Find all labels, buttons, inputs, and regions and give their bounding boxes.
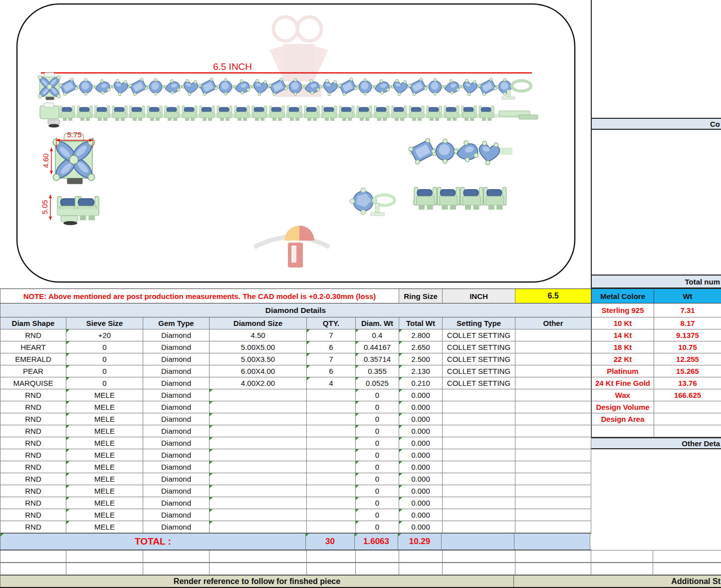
cell-diam-wt[interactable]: 0 — [356, 509, 399, 521]
metal-weight[interactable]: 15.265 — [654, 365, 721, 377]
cell-sieve-size[interactable]: MELE — [66, 449, 143, 461]
cell-gem-type[interactable]: Diamond — [143, 389, 210, 401]
cell-total-wt[interactable]: 0.000 — [399, 401, 443, 413]
cell-diam-wt[interactable]: 0 — [356, 425, 399, 437]
cell-qty[interactable] — [307, 413, 356, 425]
cell-sieve-size[interactable]: MELE — [66, 509, 143, 521]
empty-cell[interactable] — [591, 563, 653, 575]
empty-cell[interactable] — [399, 563, 443, 575]
cell-sieve-size[interactable]: MELE — [66, 413, 143, 425]
cell-total-wt[interactable]: 0.000 — [399, 521, 443, 533]
cell-total-wt[interactable]: 2.130 — [399, 365, 443, 377]
metal-name[interactable]: 14 Kt — [591, 329, 654, 341]
cell-diamond-size[interactable] — [210, 449, 307, 461]
cell-qty[interactable]: 7 — [307, 329, 356, 341]
cell-diam-shape[interactable]: RND — [0, 425, 66, 437]
empty-cell[interactable] — [356, 550, 399, 563]
cell-diam-wt[interactable]: 0.44167 — [356, 341, 399, 353]
column-header-total-wt[interactable]: Total Wt — [399, 317, 443, 329]
cell-qty[interactable] — [307, 497, 356, 509]
cell-diam-shape[interactable]: RND — [0, 521, 66, 533]
cell-diam-wt[interactable]: 0 — [356, 473, 399, 485]
cell-setting-type[interactable]: COLLET SETTING — [443, 377, 515, 389]
cell-diamond-size[interactable]: 5.00X3.50 — [210, 353, 307, 365]
empty-cell[interactable] — [210, 550, 307, 563]
empty-cell[interactable] — [307, 563, 356, 575]
cell-total-wt[interactable]: 0.000 — [399, 449, 443, 461]
empty-cell[interactable] — [443, 563, 515, 575]
metal-name[interactable]: Wax — [591, 389, 654, 401]
cell-diam-wt[interactable]: 0.355 — [356, 365, 399, 377]
cell-qty[interactable]: 7 — [307, 353, 356, 365]
cell-gem-type[interactable]: Diamond — [143, 521, 210, 533]
cell-total-wt[interactable]: 0.000 — [399, 437, 443, 449]
cell-qty[interactable]: 4 — [307, 377, 356, 389]
cell-diam-wt[interactable]: 0 — [356, 401, 399, 413]
cell-setting-type[interactable] — [443, 437, 515, 449]
cell-sieve-size[interactable]: +20 — [66, 329, 143, 341]
cell-gem-type[interactable]: Diamond — [143, 341, 210, 353]
metal-colore-header[interactable]: Metal Colore — [591, 289, 654, 303]
column-header-gem-type[interactable]: Gem Type — [143, 317, 210, 329]
cell-diam-wt[interactable]: 0 — [356, 461, 399, 473]
metal-name[interactable]: Design Area — [591, 413, 654, 425]
cell-setting-type[interactable]: COLLET SETTING — [443, 353, 515, 365]
column-header-diam-wt[interactable]: Diam. Wt — [356, 317, 399, 329]
metal-weight[interactable]: 12.255 — [654, 353, 721, 365]
column-header-diam-shape[interactable]: Diam Shape — [0, 317, 66, 329]
empty-cell[interactable] — [443, 550, 515, 563]
cell-gem-type[interactable]: Diamond — [143, 401, 210, 413]
cell-total-wt[interactable]: 0.000 — [399, 509, 443, 521]
cell-total-wt[interactable]: 0.000 — [399, 389, 443, 401]
cell-diamond-size[interactable] — [210, 473, 307, 485]
cell-gem-type[interactable]: Diamond — [143, 365, 210, 377]
column-header-other[interactable]: Other — [515, 317, 591, 329]
metal-name[interactable]: 18 Kt — [591, 341, 654, 353]
cell-diam-shape[interactable]: RND — [0, 473, 66, 485]
cell-setting-type[interactable] — [443, 413, 515, 425]
cell-diam-wt[interactable]: 0.35714 — [356, 353, 399, 365]
cell-sieve-size[interactable]: MELE — [66, 497, 143, 509]
cell-diamond-size[interactable]: 4.50 — [210, 329, 307, 341]
metal-weight[interactable] — [654, 413, 721, 425]
cell-diamond-size[interactable]: 5.00X5.00 — [210, 341, 307, 353]
cell-diam-shape[interactable]: RND — [0, 401, 66, 413]
cell-other[interactable] — [515, 365, 591, 377]
cell-total-wt[interactable]: 2.800 — [399, 329, 443, 341]
cell-qty[interactable] — [307, 485, 356, 497]
cell-diam-shape[interactable]: RND — [0, 509, 66, 521]
cell-other[interactable] — [515, 401, 591, 413]
cell-other[interactable] — [515, 389, 591, 401]
cell-sieve-size[interactable]: MELE — [66, 521, 143, 533]
metal-name[interactable]: Design Volume — [591, 401, 654, 413]
cell-qty[interactable] — [307, 473, 356, 485]
empty-cell[interactable] — [210, 563, 307, 575]
empty-cell[interactable] — [66, 550, 143, 563]
empty-cell[interactable] — [591, 550, 653, 563]
metal-name[interactable]: 10 Kt — [591, 317, 654, 329]
cell-diam-shape[interactable]: RND — [0, 485, 66, 497]
cell-other[interactable] — [515, 437, 591, 449]
cell-diam-shape[interactable]: RND — [0, 437, 66, 449]
cell-other[interactable] — [515, 449, 591, 461]
ring-size-value[interactable]: 6.5 — [515, 289, 591, 303]
column-header-qty-[interactable]: QTY. — [307, 317, 356, 329]
empty-cell[interactable] — [653, 563, 721, 575]
cell-diamond-size[interactable] — [210, 521, 307, 533]
cell-sieve-size[interactable]: 0 — [66, 341, 143, 353]
cell-sieve-size[interactable]: MELE — [66, 461, 143, 473]
cell-other[interactable] — [515, 329, 591, 341]
cell-qty[interactable] — [307, 449, 356, 461]
cell-diam-wt[interactable]: 0.4 — [356, 329, 399, 341]
cell-setting-type[interactable] — [443, 449, 515, 461]
cell-diam-wt[interactable]: 0 — [356, 413, 399, 425]
cell-diam-shape[interactable]: RND — [0, 413, 66, 425]
cell-qty[interactable] — [307, 437, 356, 449]
cell-diam-shape[interactable]: PEAR — [0, 365, 66, 377]
cell-diam-wt[interactable]: 0 — [356, 497, 399, 509]
cell-sieve-size[interactable]: MELE — [66, 437, 143, 449]
cell-total-wt[interactable]: 2.650 — [399, 341, 443, 353]
cell-total-wt[interactable]: 0.000 — [399, 497, 443, 509]
cell-diam-shape[interactable]: RND — [0, 461, 66, 473]
cell-gem-type[interactable]: Diamond — [143, 329, 210, 341]
